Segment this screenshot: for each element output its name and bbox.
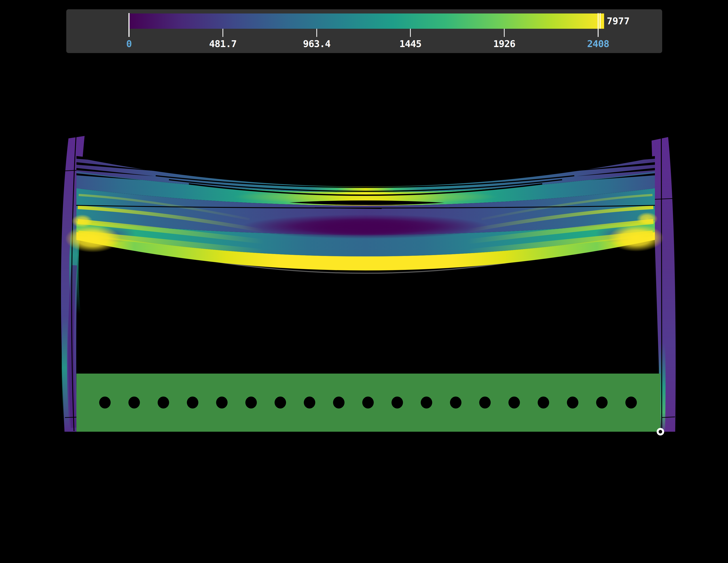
bolt-hole [450,397,461,409]
bolt-hole [596,397,608,409]
bolt-hole [333,397,345,409]
bolt-hole [538,397,549,409]
bolt-hole [158,397,169,409]
tick-label: 1445 [399,38,421,49]
bolt-hole [99,397,111,409]
range-max-label[interactable]: 2408 [587,38,609,49]
bolt-hole [421,397,432,409]
bolt-hole [508,397,520,409]
tick-label: 963.4 [303,38,330,49]
above-range-max-annotation: 7977 [607,15,630,27]
bolt-hole [392,397,403,409]
simulation-scene[interactable] [61,136,676,435]
base-block[interactable] [76,374,660,432]
tick-label: 481.7 [209,38,237,49]
point-marker-widget[interactable] [658,429,663,435]
left-support-foot-line [65,417,77,418]
tick-label: 1926 [493,38,515,49]
bolt-hole [128,397,140,409]
bolt-hole [479,397,491,409]
bolt-hole [304,397,315,409]
beam-neutral-axis-core [299,218,432,236]
range-min-label[interactable]: 0 [126,38,132,49]
bolt-hole [625,397,637,409]
color-legend-gradient-bar[interactable] [129,13,604,29]
bolt-hole [216,397,227,409]
render-viewport[interactable]: 0 481.7 963.4 1445 1926 2408 7977 [0,0,728,563]
bolt-hole [275,397,286,409]
bolt-hole [245,397,257,409]
right-support-seam-line [661,138,662,431]
bolt-hole [567,397,578,409]
bolt-hole [362,397,374,409]
application-viewport: 0 481.7 963.4 1445 1926 2408 7977 [0,0,728,563]
deformed-beam[interactable] [65,156,664,270]
color-legend[interactable]: 0 481.7 963.4 1445 1926 2408 7977 [66,9,662,53]
left-support-teal-edge [64,316,67,431]
bolt-hole [187,397,198,409]
